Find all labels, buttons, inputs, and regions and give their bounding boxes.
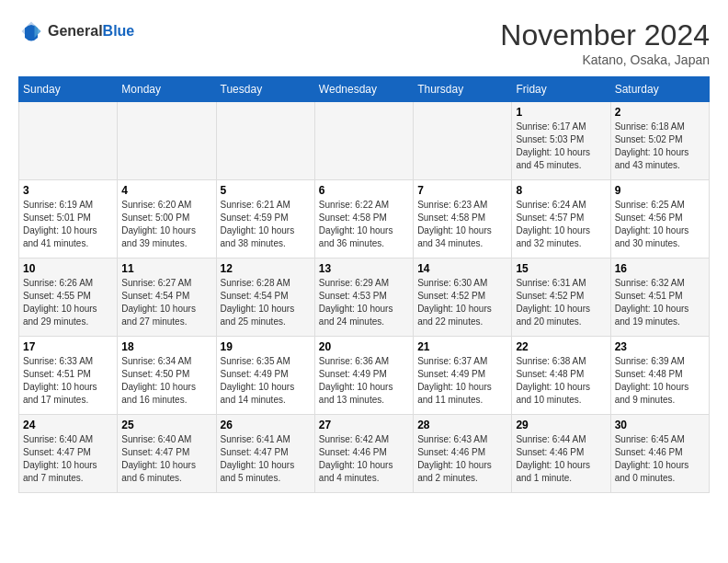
day-info: Sunrise: 6:34 AM Sunset: 4:50 PM Dayligh… [121,355,211,407]
daylight-text: Daylight: 10 hours and 0 minutes. [615,460,689,483]
sunset-text: Sunset: 4:47 PM [221,447,289,457]
title-area: November 2024 Katano, Osaka, Japan [500,18,710,67]
calendar-cell: 29 Sunrise: 6:44 AM Sunset: 4:46 PM Dayl… [512,415,610,493]
week-row-5: 24 Sunrise: 6:40 AM Sunset: 4:47 PM Dayl… [19,415,710,493]
calendar-cell: 8 Sunrise: 6:24 AM Sunset: 4:57 PM Dayli… [512,180,610,259]
daylight-text: Daylight: 10 hours and 27 minutes. [121,304,196,327]
day-number: 7 [417,184,507,197]
day-info: Sunrise: 6:39 AM Sunset: 4:48 PM Dayligh… [615,355,705,407]
day-info: Sunrise: 6:29 AM Sunset: 4:53 PM Dayligh… [319,277,409,328]
calendar-cell: 26 Sunrise: 6:41 AM Sunset: 4:47 PM Dayl… [216,415,314,493]
logo-general: General [48,23,103,39]
day-info: Sunrise: 6:35 AM Sunset: 4:49 PM Dayligh… [221,355,311,407]
calendar-cell: 13 Sunrise: 6:29 AM Sunset: 4:53 PM Dayl… [314,259,413,337]
col-sunday: Sunday [19,77,118,102]
sunrise-text: Sunrise: 6:24 AM [516,200,586,210]
calendar-cell: 1 Sunrise: 6:17 AM Sunset: 5:03 PM Dayli… [512,102,610,180]
sunrise-text: Sunrise: 6:35 AM [221,356,290,366]
day-info: Sunrise: 6:21 AM Sunset: 4:59 PM Dayligh… [221,199,311,250]
sunset-text: Sunset: 4:53 PM [319,291,387,301]
calendar-cell [19,102,118,180]
calendar-cell: 20 Sunrise: 6:36 AM Sunset: 4:49 PM Dayl… [314,337,413,415]
day-number: 3 [23,184,113,197]
calendar-cell: 4 Sunrise: 6:20 AM Sunset: 5:00 PM Dayli… [118,180,216,259]
day-info: Sunrise: 6:32 AM Sunset: 4:51 PM Dayligh… [615,277,705,328]
daylight-text: Daylight: 10 hours and 9 minutes. [615,382,689,405]
week-row-4: 17 Sunrise: 6:33 AM Sunset: 4:51 PM Dayl… [19,337,710,415]
day-number: 30 [615,419,705,431]
day-info: Sunrise: 6:37 AM Sunset: 4:49 PM Dayligh… [417,355,507,407]
day-number: 5 [221,184,311,197]
sunset-text: Sunset: 4:50 PM [121,369,189,379]
sunset-text: Sunset: 4:52 PM [516,291,584,301]
day-number: 19 [221,340,311,353]
sunset-text: Sunset: 4:46 PM [319,447,387,457]
day-number: 24 [23,419,113,431]
daylight-text: Daylight: 10 hours and 29 minutes. [23,304,97,327]
col-monday: Monday [118,77,216,102]
sunset-text: Sunset: 4:46 PM [615,447,683,457]
calendar-cell: 7 Sunrise: 6:23 AM Sunset: 4:58 PM Dayli… [414,180,512,259]
day-number: 20 [319,340,409,353]
day-info: Sunrise: 6:45 AM Sunset: 4:46 PM Dayligh… [615,433,705,485]
sunset-text: Sunset: 4:54 PM [121,291,189,301]
daylight-text: Daylight: 10 hours and 34 minutes. [417,225,492,248]
daylight-text: Daylight: 10 hours and 25 minutes. [221,304,295,327]
day-number: 15 [516,262,606,275]
weekday-row: Sunday Monday Tuesday Wednesday Thursday… [19,77,710,102]
daylight-text: Daylight: 10 hours and 38 minutes. [221,225,295,248]
sunrise-text: Sunrise: 6:31 AM [516,278,586,288]
sunset-text: Sunset: 4:58 PM [417,213,485,223]
day-info: Sunrise: 6:27 AM Sunset: 4:54 PM Dayligh… [121,277,211,328]
sunset-text: Sunset: 4:58 PM [319,213,387,223]
daylight-text: Daylight: 10 hours and 36 minutes. [319,225,393,248]
day-info: Sunrise: 6:44 AM Sunset: 4:46 PM Dayligh… [516,433,606,485]
sunset-text: Sunset: 4:46 PM [516,447,584,457]
col-friday: Friday [512,77,610,102]
sunrise-text: Sunrise: 6:32 AM [615,278,685,288]
calendar-cell [216,102,314,180]
day-info: Sunrise: 6:22 AM Sunset: 4:58 PM Dayligh… [319,199,409,250]
sunset-text: Sunset: 4:59 PM [221,213,289,223]
calendar-cell: 14 Sunrise: 6:30 AM Sunset: 4:52 PM Dayl… [414,259,512,337]
day-number: 26 [221,419,311,431]
day-info: Sunrise: 6:38 AM Sunset: 4:48 PM Dayligh… [516,355,606,407]
sunset-text: Sunset: 4:52 PM [417,291,485,301]
sunset-text: Sunset: 4:48 PM [516,369,584,379]
logo-blue: Blue [103,23,135,39]
calendar-cell: 16 Sunrise: 6:32 AM Sunset: 4:51 PM Dayl… [610,259,709,337]
day-number: 9 [615,184,705,197]
sunrise-text: Sunrise: 6:23 AM [417,200,487,210]
daylight-text: Daylight: 10 hours and 4 minutes. [319,460,393,483]
day-number: 17 [23,340,113,353]
week-row-2: 3 Sunrise: 6:19 AM Sunset: 5:01 PM Dayli… [19,180,710,259]
calendar-cell: 9 Sunrise: 6:25 AM Sunset: 4:56 PM Dayli… [610,180,709,259]
sunrise-text: Sunrise: 6:34 AM [121,356,191,366]
day-info: Sunrise: 6:23 AM Sunset: 4:58 PM Dayligh… [417,199,507,250]
sunrise-text: Sunrise: 6:21 AM [221,200,290,210]
sunrise-text: Sunrise: 6:38 AM [516,356,586,366]
day-number: 11 [121,262,211,275]
day-number: 12 [221,262,311,275]
sunrise-text: Sunrise: 6:44 AM [516,434,586,444]
day-number: 28 [417,419,507,431]
daylight-text: Daylight: 10 hours and 17 minutes. [23,382,97,405]
day-number: 29 [516,419,606,431]
sunset-text: Sunset: 5:00 PM [121,213,189,223]
logo-icon [18,18,44,44]
day-number: 22 [516,340,606,353]
sunrise-text: Sunrise: 6:22 AM [319,200,389,210]
sunset-text: Sunset: 4:49 PM [417,369,485,379]
calendar-cell: 28 Sunrise: 6:43 AM Sunset: 4:46 PM Dayl… [414,415,512,493]
day-number: 2 [615,106,705,119]
day-number: 18 [121,340,211,353]
daylight-text: Daylight: 10 hours and 32 minutes. [516,225,590,248]
day-number: 14 [417,262,507,275]
daylight-text: Daylight: 10 hours and 7 minutes. [23,460,97,483]
daylight-text: Daylight: 10 hours and 1 minute. [516,460,590,483]
day-info: Sunrise: 6:33 AM Sunset: 4:51 PM Dayligh… [23,355,113,407]
col-saturday: Saturday [610,77,709,102]
daylight-text: Daylight: 10 hours and 6 minutes. [121,460,196,483]
calendar-header: Sunday Monday Tuesday Wednesday Thursday… [19,77,710,102]
daylight-text: Daylight: 10 hours and 19 minutes. [615,304,689,327]
